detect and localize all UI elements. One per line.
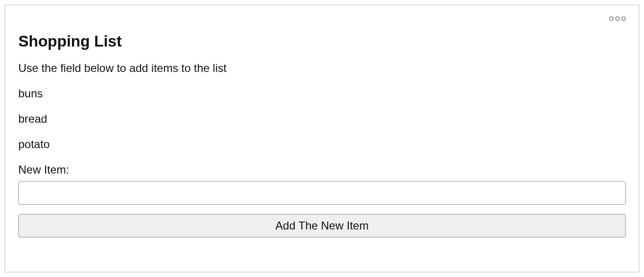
list-item: potato <box>18 138 626 151</box>
page-description: Use the field below to add items to the … <box>18 62 626 75</box>
new-item-input[interactable] <box>18 181 626 205</box>
new-item-label: New Item: <box>18 163 626 176</box>
list-item: bread <box>18 112 626 126</box>
page-title: Shopping List <box>18 32 626 50</box>
shopping-list: buns bread potato <box>18 87 626 151</box>
add-item-button[interactable]: Add The New Item <box>18 214 626 237</box>
list-item: buns <box>18 87 626 100</box>
shopping-list-card: Shopping List Use the field below to add… <box>5 5 639 272</box>
more-options-icon[interactable] <box>609 16 626 21</box>
